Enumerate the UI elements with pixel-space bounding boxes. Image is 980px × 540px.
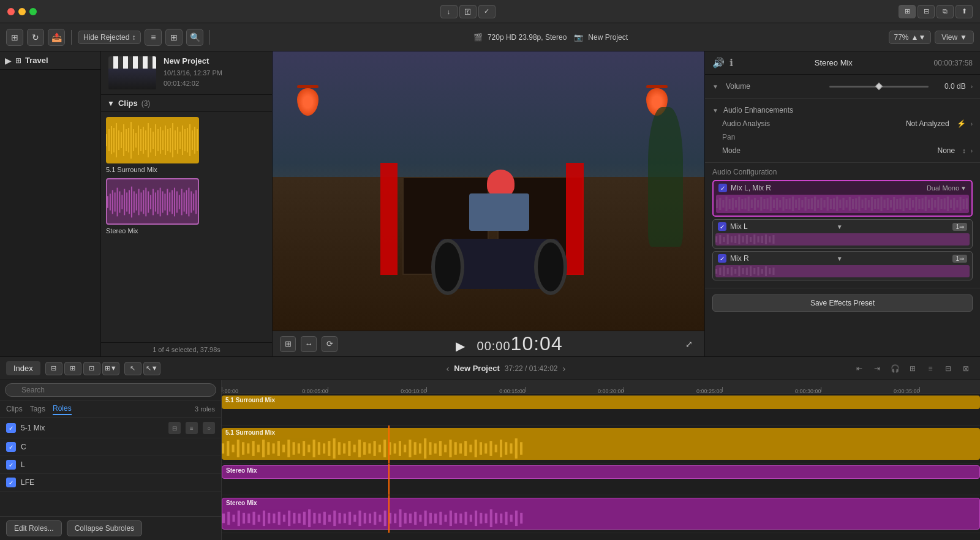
mode-arrow[interactable]: ↕ <box>962 147 966 154</box>
svg-rect-134 <box>899 198 901 209</box>
role-check-51mix[interactable]: ✓ <box>6 423 16 433</box>
role-item-lfe[interactable]: ✓ LFE <box>0 474 221 492</box>
sliders-button[interactable]: ⧉ <box>937 5 954 18</box>
role-check-lfe[interactable]: ✓ <box>6 478 16 487</box>
role-item-c[interactable]: ✓ C <box>0 438 221 456</box>
timeline-prev-btn[interactable]: ‹ <box>447 364 450 373</box>
share-media-btn[interactable]: 📤 <box>48 29 65 46</box>
edit-roles-button[interactable]: Edit Roles... <box>6 520 62 536</box>
svg-rect-269 <box>328 515 331 522</box>
channel-item-mixlr[interactable]: ✓ Mix L, Mix R Dual Mono ▼ <box>712 180 973 217</box>
sidebar-library-item[interactable]: ▶ ⊞ Travel <box>0 51 100 70</box>
download-button[interactable]: ↓ <box>440 5 458 18</box>
search-input[interactable] <box>5 383 216 397</box>
audio-lanes-btn[interactable]: ≡ <box>922 361 938 377</box>
clips-section-header[interactable]: ▼ Clips (3) <box>101 95 272 112</box>
volume-slider[interactable] <box>829 86 928 88</box>
track-clip-stereo-2[interactable]: Stereo Mix <box>222 498 980 530</box>
inspector-title: Stereo Mix <box>738 58 929 67</box>
close-button[interactable] <box>7 8 15 15</box>
speed-button[interactable]: ⟳ <box>322 336 337 352</box>
channel-check-mixlr[interactable]: ✓ <box>718 184 727 192</box>
volume-expand-btn[interactable]: › <box>971 83 973 90</box>
grid-small-button[interactable]: ⊟ <box>918 5 935 18</box>
svg-rect-100 <box>792 197 794 211</box>
key-button[interactable]: ⚿ <box>459 5 477 18</box>
timeline-next-btn[interactable]: › <box>563 364 566 373</box>
video-overlay-btn[interactable]: ⊞ <box>905 361 921 377</box>
collapse-subroles-button[interactable]: Collapse Subroles <box>67 520 142 536</box>
library-icon-btn[interactable]: ⊞ <box>6 29 23 46</box>
fit-frame-button[interactable]: ⊞ <box>280 336 296 352</box>
volume-slider-handle[interactable] <box>875 83 883 91</box>
grid-large-button[interactable]: ⊞ <box>899 5 916 18</box>
analysis-expand-btn[interactable]: › <box>971 121 973 127</box>
search-btn[interactable]: 🔍 <box>186 29 203 46</box>
mixl-arrow[interactable]: ▼ <box>837 223 843 230</box>
timeline-view-btn-3[interactable]: ⊡ <box>83 362 100 375</box>
role-item-l[interactable]: ✓ L <box>0 456 221 474</box>
mixr-arrow[interactable]: ▼ <box>837 255 843 262</box>
timeline-left-panel: 🔍 Clips Tags Roles 3 roles ✓ 5-1 Mix ⊟ ≡… <box>0 380 222 540</box>
maximize-button[interactable] <box>29 8 37 15</box>
view-button[interactable]: View ▼ <box>935 31 974 44</box>
playhead-stereo-1 <box>388 463 390 495</box>
check-button[interactable]: ✓ <box>478 5 496 18</box>
role-edit-btn-51mix[interactable]: ⊟ <box>168 422 181 434</box>
cursor-btn[interactable]: ↖ <box>124 362 141 375</box>
share-button[interactable]: ⬆ <box>956 5 973 18</box>
role-item-51mix[interactable]: ✓ 5-1 Mix ⊟ ≡ ○ <box>0 418 221 438</box>
svg-rect-259 <box>278 512 281 525</box>
fullscreen-button[interactable]: ⤢ <box>681 336 697 352</box>
cursor-dropdown[interactable]: ↖▼ <box>143 362 160 375</box>
svg-rect-173 <box>719 268 721 275</box>
timeline-view-btn-2[interactable]: ⊞ <box>64 362 81 375</box>
svg-rect-8 <box>126 129 127 151</box>
save-effects-preset-button[interactable]: Save Effects Preset <box>712 294 973 312</box>
timeline-right-btns: ⇤ ⇥ 🎧 ⊞ ≡ ⊟ ⊠ <box>851 361 974 377</box>
role-check-c[interactable]: ✓ <box>6 442 16 452</box>
volume-collapse-icon[interactable]: ▼ <box>712 83 718 90</box>
role-check-l[interactable]: ✓ <box>6 460 16 470</box>
minimize-button[interactable] <box>18 8 26 15</box>
enhancements-collapse-icon[interactable]: ▼ <box>712 107 718 114</box>
audio-skimmer-btn[interactable]: ⇤ <box>851 361 867 377</box>
tab-clips[interactable]: Clips <box>6 403 23 414</box>
layout-btn[interactable]: ⊞ <box>165 29 183 46</box>
svg-rect-185 <box>765 266 767 276</box>
transform-button[interactable]: ↔ <box>301 336 317 352</box>
hide-rejected-dropdown[interactable]: Hide Rejected ↕ <box>78 31 141 44</box>
channel-check-mixr[interactable]: ✓ <box>718 254 726 263</box>
channel-item-mixr[interactable]: ✓ Mix R ▼ 1⇒ <box>712 251 973 280</box>
role-circle-btn-51mix[interactable]: ○ <box>203 422 215 434</box>
svg-rect-234 <box>454 442 457 455</box>
track-clip-surround-2[interactable]: 5.1 Surround Mix <box>222 428 980 460</box>
channel-item-mixl[interactable]: ✓ Mix L ▼ 1⇒ <box>712 219 973 249</box>
track-clip-surround-1[interactable]: 5.1 Surround Mix <box>222 396 980 409</box>
timeline-view-btn-4[interactable]: ⊞▼ <box>102 362 119 375</box>
role-lines-btn-51mix[interactable]: ≡ <box>186 422 198 434</box>
list-item[interactable]: 5.1 Surround Mix <box>106 117 267 173</box>
view-toggle-btn[interactable]: ≡ <box>145 29 162 46</box>
tab-tags[interactable]: Tags <box>30 403 45 414</box>
volume-control[interactable] <box>829 86 928 88</box>
project-date: 10/13/16, 12:37 PM <box>164 68 265 78</box>
tab-roles[interactable]: Roles <box>53 403 72 415</box>
list-item[interactable]: Stereo Mix <box>106 178 267 234</box>
svg-rect-301 <box>490 509 492 527</box>
channel-check-mixl[interactable]: ✓ <box>718 222 726 231</box>
svg-rect-283 <box>399 509 401 527</box>
mode-expand-btn[interactable]: › <box>971 148 973 154</box>
zoom-control[interactable]: 77% ▲▼ <box>889 31 932 44</box>
timeline-view-btn-1[interactable]: ⊟ <box>45 362 62 375</box>
roles-btn[interactable]: ⊟ <box>940 361 956 377</box>
media-btn[interactable]: ↻ <box>27 29 44 46</box>
clip-appearance-btn[interactable]: ⊠ <box>958 361 974 377</box>
track-clip-stereo-1[interactable]: Stereo Mix <box>222 465 980 479</box>
headphones-btn[interactable]: 🎧 <box>887 361 903 377</box>
svg-rect-279 <box>379 515 381 522</box>
index-tab[interactable]: Index <box>6 361 40 375</box>
skimmer-btn[interactable]: ⇥ <box>869 361 885 377</box>
svg-rect-263 <box>298 514 301 523</box>
play-button[interactable]: ▶ <box>456 339 466 353</box>
